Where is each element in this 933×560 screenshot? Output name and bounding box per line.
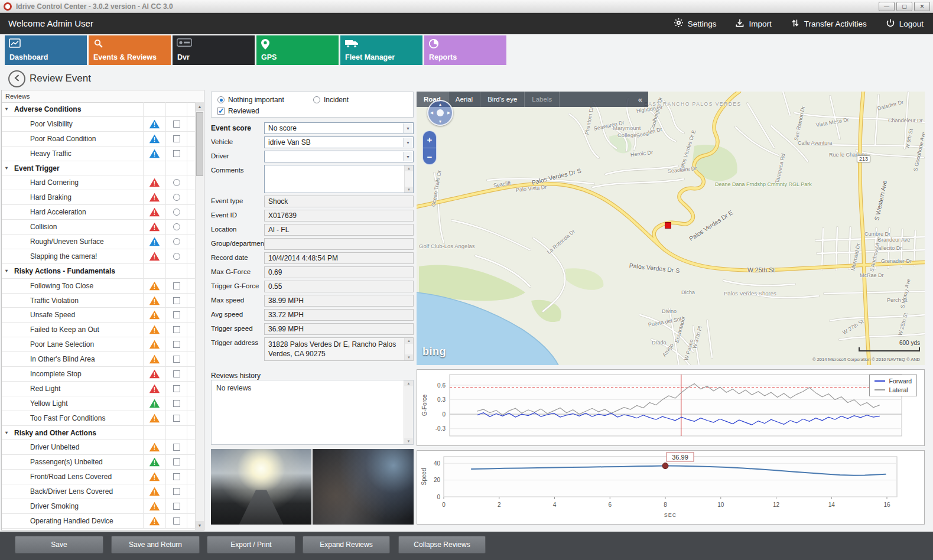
trigger-g-force-field[interactable]: 0.55 (264, 281, 414, 292)
trigger-speed-field[interactable]: 36.99 MPH (264, 323, 414, 335)
traffic-violation-checkbox[interactable] (173, 297, 180, 304)
too-fast-for-conditions-checkbox[interactable] (173, 415, 180, 422)
scrollbar-thumb[interactable] (196, 112, 203, 176)
scroll-down-icon[interactable]: ▼ (404, 438, 413, 444)
tab-dashboard[interactable]: Dashboard (5, 35, 87, 65)
avg-speed-field[interactable]: 33.72 MPH (264, 309, 414, 321)
pan-north-icon[interactable]: ▲ (438, 102, 442, 106)
zoom-out-button[interactable]: − (423, 148, 436, 165)
back-driver-lens-covered-checkbox[interactable] (173, 488, 180, 495)
event-score-select[interactable]: No score▼ (264, 122, 414, 134)
passenger-s-unbelted-checkbox[interactable] (173, 458, 180, 465)
back-button[interactable] (8, 70, 25, 87)
reviews-history-list[interactable]: No reviews ▲ ▼ (211, 380, 414, 445)
map-view-aerial-button[interactable]: Aerial (448, 92, 480, 107)
logout-button[interactable]: Logout (886, 18, 924, 30)
scroll-up-icon[interactable]: ▲ (405, 338, 413, 344)
group-collapse-icon[interactable]: ▾ (5, 106, 11, 112)
scroll-up-icon[interactable]: ▲ (404, 380, 413, 386)
map-view-labels-button[interactable]: Labels (525, 92, 560, 107)
reviewed-option[interactable]: Reviewed (217, 107, 259, 115)
record-date-field[interactable]: 10/4/2014 4:48:54 PM (264, 252, 414, 264)
tab-fleet-manager[interactable]: Fleet Manager (340, 35, 422, 65)
map-toolbar-collapse-button[interactable]: « (632, 95, 648, 104)
max-speed-field[interactable]: 38.99 MPH (264, 295, 414, 307)
scroll-up-icon[interactable]: ▲ (196, 102, 204, 111)
group-collapse-icon[interactable]: ▾ (5, 268, 11, 274)
comments-textarea[interactable]: ▲▼ (264, 165, 414, 193)
slapping-the-camera-radio[interactable] (173, 253, 180, 260)
rough-uneven-surface-radio[interactable] (173, 238, 180, 245)
hard-acceleration-radio[interactable] (173, 209, 180, 216)
poor-visibility-checkbox[interactable] (173, 121, 180, 128)
collapse-reviews-button[interactable]: Collapse Reviews (398, 536, 486, 554)
pan-west-icon[interactable]: ◀ (430, 110, 433, 115)
following-too-close-checkbox[interactable] (173, 282, 180, 289)
reviews-history-scrollbar[interactable]: ▲ ▼ (404, 380, 413, 444)
maximize-button[interactable]: ▢ (896, 2, 912, 11)
vehicle-select[interactable]: idrive Van SB▼ (264, 136, 414, 148)
yellow-light-checkbox[interactable] (173, 400, 180, 407)
incomplete-stop-checkbox[interactable] (173, 370, 180, 377)
scroll-up-icon[interactable]: ▲ (405, 165, 413, 171)
red-light-checkbox[interactable] (173, 385, 180, 392)
tab-dvr[interactable]: Dvr (173, 35, 255, 65)
zoom-in-button[interactable]: + (423, 131, 436, 148)
tab-gps[interactable]: GPS (256, 35, 339, 65)
legend-forward: Forward (875, 377, 912, 385)
save-and-return-button[interactable]: Save and Return (111, 536, 200, 554)
driver-select[interactable]: ▼ (264, 151, 414, 162)
group-collapse-icon[interactable]: ▾ (5, 430, 11, 435)
radio-selected-icon[interactable] (217, 96, 225, 103)
event-location-marker[interactable] (665, 222, 671, 229)
group-collapse-icon[interactable]: ▾ (5, 165, 11, 171)
map-view-bird-s-eye-button[interactable]: Bird's eye (480, 92, 525, 107)
event-type-field[interactable]: Shock (264, 196, 414, 207)
poor-lane-selection-checkbox[interactable] (173, 341, 180, 348)
location-field[interactable]: Al - FL (264, 224, 414, 236)
scroll-down-icon[interactable]: ▼ (405, 187, 413, 193)
import-button[interactable]: Import (735, 18, 771, 30)
pan-south-icon[interactable]: ▼ (438, 119, 442, 123)
save-button[interactable]: Save (15, 536, 103, 554)
pan-east-icon[interactable]: ▶ (447, 110, 450, 115)
hard-cornering-radio[interactable] (173, 179, 180, 186)
trigger-address-field[interactable]: 31828 Palos Verdes Dr E, Rancho Palos Ve… (264, 337, 414, 361)
nothing-important-option[interactable]: Nothing important (217, 96, 284, 104)
group-department-field[interactable] (264, 238, 414, 250)
settings-button[interactable]: Settings (674, 18, 717, 30)
collision-radio[interactable] (173, 223, 180, 230)
event-id-field[interactable]: X017639 (264, 210, 414, 222)
heavy-traffic-checkbox[interactable] (173, 150, 180, 157)
bing-map[interactable]: EAST RANCHO PALOS VERDESMarymountCollege… (417, 92, 925, 365)
in-other-s-blind-area-checkbox[interactable] (173, 356, 180, 363)
driver-smoking-checkbox[interactable] (173, 503, 180, 510)
map-compass-control[interactable]: ▲ ▼ ◀ ▶ (427, 100, 453, 126)
unsafe-speed-checkbox[interactable] (173, 311, 180, 318)
tab-reports[interactable]: Reports (424, 35, 506, 65)
checkbox-checked-icon[interactable] (217, 108, 225, 115)
driver-unbelted-checkbox[interactable] (173, 444, 180, 451)
radio-icon[interactable] (313, 96, 320, 103)
hard-braking-radio[interactable] (173, 194, 180, 201)
close-button[interactable]: ✕ (914, 2, 930, 11)
field-scrollbar[interactable]: ▲▼ (404, 165, 413, 193)
tab-events-reviews[interactable]: Events & Reviews (89, 35, 171, 65)
expand-reviews-button[interactable]: Expand Reviews (303, 536, 390, 554)
operating-handled-device-checkbox[interactable] (173, 517, 180, 525)
transfer-activities-button[interactable]: Transfer Activities (791, 18, 867, 30)
scroll-down-icon[interactable]: ▼ (405, 354, 413, 360)
field-scrollbar[interactable]: ▲▼ (404, 338, 413, 360)
poor-road-condition-checkbox[interactable] (173, 135, 180, 142)
incident-option[interactable]: Incident (313, 96, 349, 104)
failed-to-keep-an-out-checkbox[interactable] (173, 326, 180, 333)
minimize-button[interactable]: — (879, 2, 895, 11)
scroll-down-icon[interactable]: ▼ (196, 521, 204, 530)
front-road-lens-covered-checkbox[interactable] (173, 473, 180, 480)
form-row-trigger-speed: Trigger speed36.99 MPH (211, 323, 414, 335)
reviews-scrollbar[interactable]: ▲ ▼ (195, 102, 204, 530)
driver-cabin-camera-thumbnail[interactable] (313, 449, 414, 525)
max-g-force-field[interactable]: 0.69 (264, 266, 414, 278)
export-print-button[interactable]: Export / Print (207, 536, 295, 554)
front-road-camera-thumbnail[interactable] (211, 449, 311, 525)
